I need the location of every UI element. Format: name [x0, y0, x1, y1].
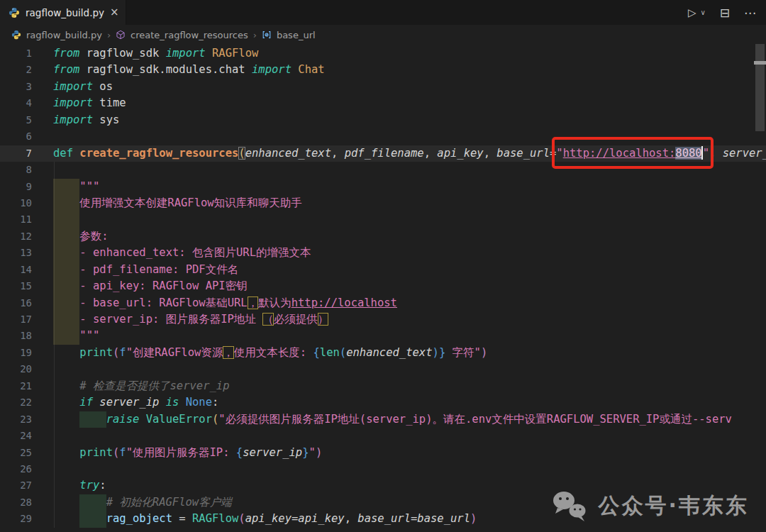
- code-token: (: [113, 446, 119, 459]
- code-line[interactable]: 20: [0, 361, 766, 377]
- code-token: enhanced_text: [245, 147, 331, 160]
- code-token: - api_key: RAGFlow API密钥: [53, 279, 248, 292]
- line-number[interactable]: 1: [0, 45, 53, 62]
- code-token: http://localhost:: [563, 147, 676, 160]
- code-line[interactable]: 15 - api_key: RAGFlow API密钥: [0, 278, 766, 294]
- code-token: ): [316, 446, 322, 459]
- code-line[interactable]: 13 - enhanced_text: 包含图片URL的增强文本: [0, 245, 766, 261]
- code-line[interactable]: 18 """: [0, 328, 766, 344]
- line-number[interactable]: 9: [0, 179, 53, 195]
- breadcrumb-item-file[interactable]: ragflow_build.py: [26, 30, 102, 40]
- code-editor[interactable]: 1from ragflow_sdk import RAGFlow2from ra…: [0, 45, 766, 532]
- code-line[interactable]: 11: [0, 211, 766, 228]
- code-token: 字符": [445, 346, 481, 359]
- code-token: base_url: [357, 512, 411, 525]
- line-number[interactable]: 14: [0, 262, 53, 278]
- line-number[interactable]: 18: [0, 328, 53, 344]
- watermark-text: 公众号·韦东东: [599, 492, 749, 521]
- line-number[interactable]: 17: [0, 311, 53, 328]
- line-number[interactable]: 11: [0, 211, 53, 228]
- code-token: try: [79, 479, 99, 492]
- line-number[interactable]: 22: [0, 394, 53, 411]
- code-line[interactable]: 22 if server_ip is None:: [0, 394, 766, 411]
- code-token: [53, 396, 79, 409]
- line-number[interactable]: 23: [0, 411, 53, 428]
- tab-title: ragflow_build.py: [26, 7, 104, 18]
- code-line[interactable]: 12 参数:: [0, 228, 766, 245]
- code-line[interactable]: 10 使用增强文本创建RAGFlow知识库和聊天助手: [0, 195, 766, 211]
- code-token: ragflow_sdk: [79, 47, 165, 60]
- line-number[interactable]: 7: [0, 145, 53, 162]
- line-number[interactable]: 6: [0, 128, 53, 145]
- python-icon: [9, 7, 20, 18]
- code-token: 使用文本长度:: [234, 346, 313, 359]
- line-number[interactable]: 28: [0, 494, 53, 511]
- code-line[interactable]: 16 - base_url: RAGFlow基础URL，默认为http://lo…: [0, 295, 766, 311]
- code-line[interactable]: 26: [0, 461, 766, 477]
- code-token: 默认为: [258, 297, 292, 309]
- code-token: server_ip: [99, 396, 159, 409]
- code-line[interactable]: 4import time: [0, 95, 766, 111]
- code-line[interactable]: 24: [0, 428, 766, 444]
- line-number[interactable]: 29: [0, 511, 53, 527]
- line-number[interactable]: 25: [0, 445, 53, 461]
- line-number[interactable]: 8: [0, 162, 53, 178]
- code-line[interactable]: 2from ragflow_sdk.modules.chat import Ch…: [0, 62, 766, 78]
- code-line[interactable]: 1from ragflow_sdk import RAGFlow: [0, 45, 766, 62]
- line-number[interactable]: 15: [0, 278, 53, 294]
- scrollbar[interactable]: [755, 44, 765, 470]
- code-token: :: [212, 396, 218, 409]
- line-number[interactable]: 20: [0, 361, 53, 377]
- code-token: ": [309, 446, 316, 459]
- line-number[interactable]: 24: [0, 428, 53, 444]
- line-number[interactable]: 19: [0, 345, 53, 361]
- code-token: - base_url: RAGFlow基础URL: [53, 297, 248, 309]
- code-line[interactable]: 9 """: [0, 179, 766, 195]
- indent-highlight-block: [53, 262, 79, 278]
- line-number[interactable]: 12: [0, 228, 53, 245]
- code-token: (: [113, 346, 119, 359]
- line-number[interactable]: 16: [0, 295, 53, 311]
- line-number[interactable]: 26: [0, 461, 53, 477]
- line-number[interactable]: 21: [0, 378, 53, 394]
- code-line[interactable]: 21 # 检查是否提供了server_ip: [0, 378, 766, 394]
- code-line[interactable]: 25 print(f"使用图片服务器IP: {server_ip}"): [0, 445, 766, 461]
- code-line[interactable]: 6: [0, 128, 766, 145]
- code-token: pdf_filename: [345, 147, 424, 160]
- code-line[interactable]: 17 - server_ip: 图片服务器IP地址 （必须提供）: [0, 311, 766, 328]
- more-actions-button[interactable]: ⋯: [744, 6, 756, 20]
- line-number[interactable]: 10: [0, 195, 53, 211]
- code-line[interactable]: 23 raise ValueError("必须提供图片服务器IP地址(serve…: [0, 411, 766, 428]
- code-line[interactable]: 8: [0, 162, 766, 178]
- code-line[interactable]: 7def create_ragflow_resources(enhanced_t…: [0, 145, 766, 162]
- code-token: is: [166, 396, 179, 409]
- line-number[interactable]: 13: [0, 245, 53, 261]
- code-token: sys: [93, 113, 119, 126]
- tab-ragflow-build[interactable]: ragflow_build.py ×: [0, 0, 126, 25]
- code-token: "必须提供图片服务器IP地址(server_ip)。请在.env文件中设置RAG…: [218, 413, 732, 426]
- code-token: [139, 413, 145, 426]
- code-line[interactable]: 3import os: [0, 79, 766, 95]
- line-number[interactable]: 27: [0, 477, 53, 494]
- line-number[interactable]: 5: [0, 112, 53, 128]
- scrollbar-thumb[interactable]: [755, 44, 765, 131]
- line-number[interactable]: 2: [0, 62, 53, 78]
- line-number[interactable]: 4: [0, 95, 53, 111]
- indent-highlight-block: [53, 195, 79, 211]
- close-icon[interactable]: ×: [110, 7, 119, 18]
- run-dropdown-chevron-icon[interactable]: ∨: [700, 9, 705, 16]
- line-number[interactable]: 3: [0, 79, 53, 95]
- run-button[interactable]: ▷: [688, 6, 696, 19]
- code-token: [292, 63, 298, 76]
- code-token: 必须提供: [274, 313, 318, 326]
- code-token: }: [439, 346, 445, 359]
- code-token: {: [236, 446, 243, 459]
- code-token: print: [79, 446, 113, 459]
- chevron-right-icon: ›: [107, 30, 111, 40]
- code-line[interactable]: 14 - pdf_filename: PDF文件名: [0, 262, 766, 278]
- code-line[interactable]: 5import sys: [0, 112, 766, 128]
- split-editor-button[interactable]: ⊟: [720, 6, 730, 20]
- breadcrumb-item-variable[interactable]: base_url: [277, 30, 316, 40]
- code-line[interactable]: 19 print(f"创建RAGFlow资源，使用文本长度: {len(enha…: [0, 345, 766, 361]
- breadcrumb-item-function[interactable]: create_ragflow_resources: [131, 30, 248, 40]
